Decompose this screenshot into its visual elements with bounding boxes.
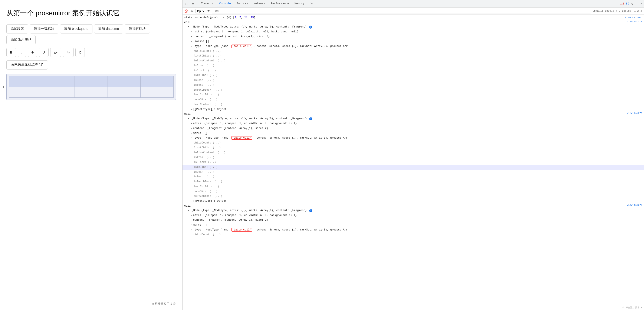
tab-network[interactable]: Network [251, 1, 268, 7]
state-doc-link[interactable]: view.ts:274 [625, 16, 642, 20]
console-group-3: cell view.ts:278 _Node {type: _NodeType,… [182, 204, 644, 237]
isatom-1: isAtom: (...) [182, 63, 644, 68]
table-cell[interactable] [42, 87, 75, 98]
node-line-1: _Node {type: _NodeType, attrs: {…}, mark… [182, 25, 644, 30]
type-line-1: type: _NodeType {name: 'table_cell' , sc… [182, 44, 644, 49]
cell-link-2[interactable]: view.ts:278 [627, 112, 644, 116]
issues-btn[interactable]: 2 Issues: ⚠ 2 [619, 9, 639, 13]
table-cell[interactable] [108, 76, 140, 87]
marks-expand-1[interactable] [190, 40, 193, 43]
tab-console[interactable]: Console [216, 1, 234, 7]
console-toolbar: 🚫 ⊘ top 👁 Default levels ▾ 2 Issues: ⚠ 2… [182, 8, 644, 15]
lastchild-1: lastChild: (...) [182, 92, 644, 97]
toolbar-row2: B I S U X2 X2 C [6, 48, 176, 57]
node-content-1: _Node {type: _NodeType, attrs: {…}, mark… [188, 25, 642, 29]
node-expand-1[interactable] [188, 25, 190, 28]
clear-console-btn[interactable]: 🚫 [184, 9, 188, 13]
settings-icon[interactable]: ⚙ [632, 2, 633, 6]
console-group-2: cell view.ts:278 _Node {type: _NodeType,… [182, 112, 644, 204]
tab-sources[interactable]: Sources [234, 1, 251, 7]
devtools-panel: ⬚ ▭ Elements Console Sources Network Per… [182, 0, 644, 310]
tab-memory[interactable]: Memory [292, 1, 307, 7]
node-expand-2[interactable] [188, 117, 190, 120]
add-row-icon[interactable]: + [2, 85, 5, 89]
attrs-expand-1[interactable] [190, 30, 193, 33]
device-icon[interactable]: ▭ [191, 2, 195, 6]
inspect-icon[interactable]: ⬚ [184, 2, 188, 6]
warning-count: 2 [622, 2, 624, 5]
console-group-1: cell view.ts:278 _Node {type: _NodeType,… [182, 20, 644, 112]
tab-more[interactable]: >> [308, 1, 316, 7]
tab-performance[interactable]: Performance [268, 1, 292, 7]
content-expand-1[interactable] [190, 35, 193, 38]
array-label: (4) [ [226, 16, 235, 19]
ban-btn[interactable]: ⊘ [190, 9, 194, 13]
content-line-1: content: _Fragment {content: Array(1), s… [182, 34, 644, 39]
warning-badge[interactable]: ⚠ 2 [620, 2, 624, 5]
cell-link-1[interactable]: view.ts:278 [627, 20, 644, 25]
type-name-2: 'table_cell' [232, 136, 252, 140]
marks-line-2: marks: [] [182, 131, 644, 136]
state-doc-content: state.doc.nodeAt(pos) (4) [3, 7, 21, 25] [184, 16, 625, 20]
fill-cells-btn[interactable]: 向已选单元格填充 "1" [6, 60, 48, 70]
table-container: + [6, 74, 176, 100]
info-badge[interactable]: ℹ 2 [626, 2, 629, 5]
add-paragraph-btn[interactable]: 添加段落 [6, 24, 28, 34]
node-info-icon-1[interactable]: i [309, 26, 312, 29]
subscript-btn[interactable]: X2 [63, 48, 74, 57]
context-select[interactable]: top [195, 9, 205, 14]
more-options-icon[interactable]: ⋮ [636, 2, 638, 6]
info-icon: ℹ [626, 2, 627, 5]
cell-header-1: cell view.ts:278 [182, 20, 644, 25]
table-cell[interactable] [9, 76, 42, 87]
page-title: 从第一个 prosemirror 案例开始认识它 [6, 9, 176, 18]
table-cell[interactable] [9, 87, 42, 98]
tab-elements[interactable]: Elements [198, 1, 216, 7]
eye-icon[interactable]: 👁 [207, 9, 210, 13]
node-info-icon-3[interactable]: i [309, 209, 312, 212]
bold-btn[interactable]: B [6, 48, 16, 57]
add-datetime-btn[interactable]: 添加 datetime [94, 24, 123, 34]
devtools-tabs: Elements Console Sources Network Perform… [198, 1, 316, 7]
type-expand-1[interactable] [190, 45, 193, 48]
strikethrough-btn[interactable]: S [28, 48, 37, 57]
proto-expand-1[interactable] [190, 108, 193, 111]
add-heading-btn[interactable]: 添加一级标题 [30, 24, 58, 34]
table-cell[interactable] [108, 87, 140, 98]
filter-input[interactable] [212, 9, 591, 14]
close-icon[interactable]: ✕ [640, 2, 642, 6]
cell-link-3[interactable]: view.ts:278 [627, 204, 644, 208]
add-blockquote-btn[interactable]: 添加 blockquote [60, 24, 92, 34]
textcontent-1: textContent: (...) [182, 102, 644, 107]
console-output[interactable]: state.doc.nodeAt(pos) (4) [3, 7, 21, 25]… [182, 15, 644, 305]
add-table-btn[interactable]: 添加 3x4 表格 [6, 35, 36, 44]
table-cell[interactable] [42, 76, 75, 87]
array-expand-icon[interactable] [222, 16, 225, 19]
istextblock-1: isTextblock: (...) [182, 88, 644, 93]
superscript-btn[interactable]: X2 [50, 48, 61, 57]
table-cell[interactable] [140, 87, 174, 98]
proto-1: [[Prototype]]: Object [182, 107, 644, 112]
inlinecontent-1: inlineContent: (...) [182, 58, 644, 63]
isleaf-1: isLeaf: (...) [182, 78, 644, 83]
toolbar-row1: 添加段落 添加一级标题 添加 blockquote 添加 datetime 添加… [6, 24, 176, 44]
info-count: 2 [628, 2, 629, 5]
attrs-line-1: attrs: {colspan: 1, rowspan: 1, colwidth… [182, 30, 644, 34]
node-info-icon-2[interactable]: i [309, 117, 312, 120]
status-bar: 文档被修改了 1 次 [152, 302, 176, 306]
console-settings-icon[interactable]: ⚙ [640, 9, 642, 13]
editor-table[interactable] [9, 76, 174, 98]
cell-label-1: cell [182, 20, 192, 25]
content-line-2: content: _Fragment {content: Array(1), s… [182, 126, 644, 131]
table-cell[interactable] [75, 76, 108, 87]
clear-format-btn[interactable]: C [76, 48, 85, 57]
table-cell[interactable] [75, 87, 108, 98]
table-cell[interactable] [140, 76, 174, 87]
underline-btn[interactable]: U [39, 48, 48, 57]
firstchild-1: firstChild: (...) [182, 54, 644, 58]
italic-btn[interactable]: I [18, 48, 26, 57]
footer-watermark: © 博主王廿技术 ★ [182, 305, 644, 310]
state-doc-line: state.doc.nodeAt(pos) (4) [3, 7, 21, 25]… [182, 15, 644, 20]
add-codeblock-btn[interactable]: 添加代码块 [125, 24, 150, 34]
default-levels-btn[interactable]: Default levels ▾ [593, 9, 617, 13]
